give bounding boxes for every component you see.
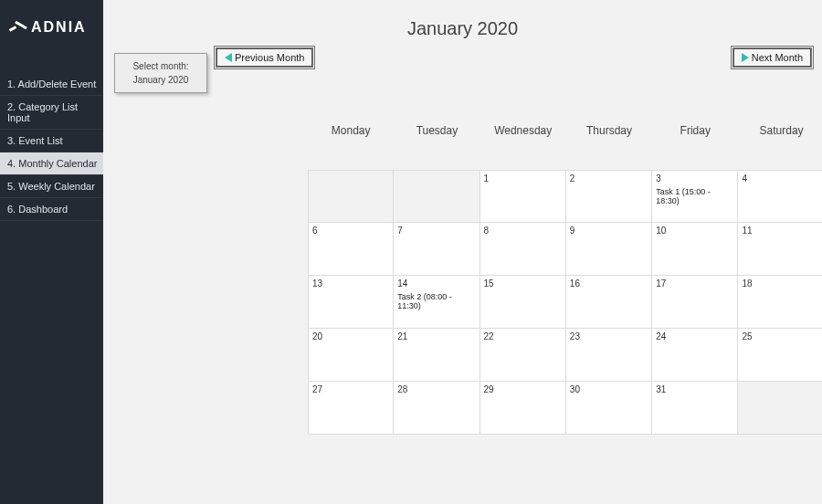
sidebar-item-2[interactable]: 3. Event List xyxy=(0,130,103,152)
sidebar-item-4[interactable]: 5. Weekly Calendar xyxy=(0,175,103,198)
logo-icon xyxy=(9,18,27,37)
day-number: 23 xyxy=(570,331,580,341)
day-headers: MondayTuesdayWednesdayThursdayFridaySatu… xyxy=(308,124,822,137)
calendar-cell[interactable]: 21 xyxy=(394,329,480,382)
calendar-cell[interactable]: 23 xyxy=(566,329,652,382)
calendar-cell xyxy=(308,170,394,223)
month-selector-value: January 2020 xyxy=(119,73,203,87)
brand-name: ADNIA xyxy=(31,19,87,36)
calendar-cell[interactable]: 29 xyxy=(480,382,566,435)
day-number: 25 xyxy=(742,331,752,341)
main-area: January 2020 Select month: January 2020 … xyxy=(103,0,822,504)
sidebar-nav: 1. Add/Delete Event2. Category List Inpu… xyxy=(0,55,103,221)
day-header: Friday xyxy=(652,124,738,137)
day-number: 29 xyxy=(484,384,494,394)
day-number: 15 xyxy=(484,278,494,289)
calendar-cell xyxy=(738,382,822,435)
day-number: 27 xyxy=(312,384,322,394)
day-number: 10 xyxy=(656,226,666,236)
day-number: 17 xyxy=(656,278,666,289)
calendar-cell[interactable]: 22 xyxy=(480,329,566,382)
calendar-cell[interactable]: 8 xyxy=(480,223,566,276)
calendar-cell[interactable]: 1 xyxy=(480,170,566,223)
day-number: 1 xyxy=(484,173,490,184)
brand-logo: ADNIA xyxy=(0,0,103,55)
day-header: Tuesday xyxy=(394,124,480,137)
sidebar: ADNIA 1. Add/Delete Event2. Category Lis… xyxy=(0,0,103,504)
previous-month-label: Previous Month xyxy=(235,52,304,63)
calendar-cell[interactable]: 25 xyxy=(738,329,822,382)
previous-month-button[interactable]: Previous Month xyxy=(216,48,312,67)
calendar-cell[interactable]: 15 xyxy=(480,276,566,329)
calendar-cell[interactable]: 28 xyxy=(394,382,480,435)
day-number: 21 xyxy=(397,331,407,341)
day-number: 4 xyxy=(742,173,747,184)
day-number: 18 xyxy=(742,278,752,289)
day-number: 24 xyxy=(656,331,666,341)
calendar-cell[interactable]: 7 xyxy=(394,223,480,276)
day-number: 9 xyxy=(570,226,575,236)
day-number: 22 xyxy=(484,331,494,341)
arrow-left-icon xyxy=(225,53,232,62)
calendar-cell[interactable]: 20 xyxy=(308,329,394,382)
sidebar-item-3[interactable]: 4. Monthly Calendar xyxy=(0,152,103,175)
page-title: January 2020 xyxy=(114,18,811,39)
calendar-cell[interactable]: 18 xyxy=(738,276,822,329)
day-header: Wednesday xyxy=(480,124,566,137)
day-number: 8 xyxy=(484,226,490,236)
day-number: 2 xyxy=(570,173,575,184)
day-header: Saturday xyxy=(738,124,822,137)
month-selector-label: Select month: xyxy=(119,59,203,73)
calendar-cell[interactable]: 30 xyxy=(566,382,652,435)
calendar-cell[interactable]: 9 xyxy=(566,223,652,276)
svg-rect-0 xyxy=(9,26,16,32)
day-header: Thursday xyxy=(566,124,652,137)
calendar-cell[interactable]: 6 xyxy=(308,223,394,276)
sidebar-item-5[interactable]: 6. Dashboard xyxy=(0,198,103,221)
calendar-cell[interactable]: 10 xyxy=(652,223,738,276)
calendar-cell[interactable]: 24 xyxy=(652,329,738,382)
calendar-event[interactable]: Task 2 (08:00 - 11:30) xyxy=(397,292,477,310)
calendar-cell[interactable]: 3Task 1 (15:00 - 18:30) xyxy=(652,170,738,223)
day-number: 13 xyxy=(312,278,322,289)
day-number: 31 xyxy=(656,384,666,394)
day-number: 14 xyxy=(397,278,407,289)
month-selector[interactable]: Select month: January 2020 xyxy=(114,53,207,93)
sidebar-item-1[interactable]: 2. Category List Input xyxy=(0,96,103,130)
calendar-cell[interactable]: 14Task 2 (08:00 - 11:30) xyxy=(394,276,480,329)
day-number: 6 xyxy=(312,226,318,236)
day-header: Monday xyxy=(308,124,394,137)
day-number: 16 xyxy=(570,278,580,289)
monthly-calendar: MondayTuesdayWednesdayThursdayFridaySatu… xyxy=(308,124,822,435)
calendar-cell[interactable]: 16 xyxy=(566,276,652,329)
sidebar-item-0[interactable]: 1. Add/Delete Event xyxy=(0,73,103,96)
day-number: 11 xyxy=(742,226,752,236)
calendar-cell[interactable]: 13 xyxy=(308,276,394,329)
day-number: 30 xyxy=(570,384,580,394)
toolbar: Select month: January 2020 Previous Mont… xyxy=(114,48,811,103)
calendar-grid: 123Task 1 (15:00 - 18:30)45Task 3 (08:00… xyxy=(308,170,822,435)
calendar-cell[interactable]: 17 xyxy=(652,276,738,329)
day-number: 20 xyxy=(312,331,322,341)
calendar-cell[interactable]: 27 xyxy=(308,382,394,435)
next-month-label: Next Month xyxy=(752,52,803,63)
calendar-cell[interactable]: 11 xyxy=(738,223,822,276)
day-number: 3 xyxy=(656,173,661,184)
day-number: 28 xyxy=(397,384,407,394)
calendar-cell[interactable]: 4 xyxy=(738,170,822,223)
next-month-button[interactable]: Next Month xyxy=(733,48,811,67)
calendar-cell[interactable]: 2 xyxy=(566,170,652,223)
calendar-event[interactable]: Task 1 (15:00 - 18:30) xyxy=(656,187,735,205)
day-number: 7 xyxy=(397,226,403,236)
arrow-right-icon xyxy=(742,53,749,62)
svg-rect-1 xyxy=(15,21,27,30)
calendar-cell xyxy=(394,170,480,223)
calendar-cell[interactable]: 31 xyxy=(652,382,738,435)
